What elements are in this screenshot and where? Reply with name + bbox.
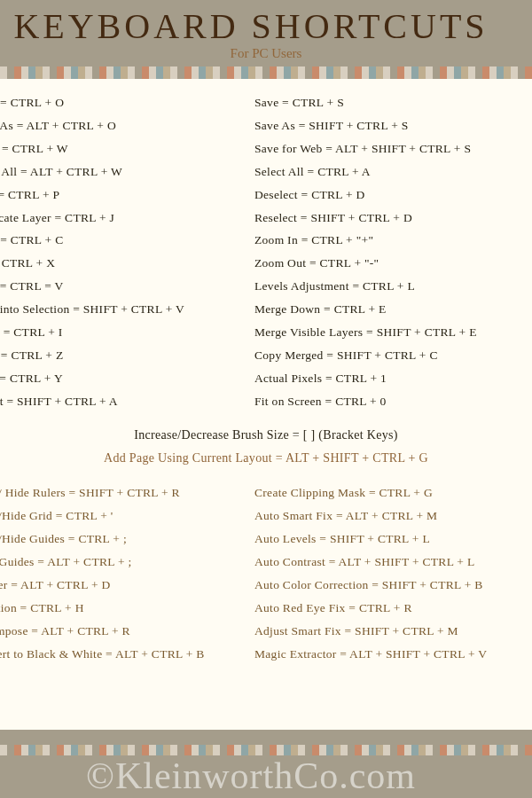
shortcut-row: Show/Hide Grid = CTRL + ' xyxy=(0,505,240,528)
watermark-text: ©KleinworthCo.com xyxy=(0,755,532,796)
shortcut-row: Actual Pixels = CTRL + 1 xyxy=(254,367,525,390)
shortcut-row: Adjust Smart Fix = SHIFT + CTRL + M xyxy=(254,620,525,643)
shortcut-row: Invert = CTRL + I xyxy=(0,321,240,344)
shortcut-row: Paste into Selection = SHIFT + CTRL + V xyxy=(0,298,240,321)
shortcut-row: Merge Visible Layers = SHIFT + CTRL + E xyxy=(254,321,525,344)
top-right-column: Save = CTRL + S Save As = SHIFT + CTRL +… xyxy=(247,91,532,412)
shortcut-row: Reselect = SHIFT + CTRL + D xyxy=(254,206,525,229)
shortcut-row: Merge Down = CTRL + E xyxy=(254,298,525,321)
shortcut-row: Zoom Out = CTRL + "-" xyxy=(254,252,525,275)
bottom-right-column: Create Clipping Mask = CTRL + G Auto Sma… xyxy=(247,481,532,665)
shortcut-row: Auto Red Eye Fix = CTRL + R xyxy=(254,597,525,620)
shortcut-row: Show/Hide Guides = CTRL + ; xyxy=(0,528,240,551)
shortcut-row: Lock Guides = ALT + CTRL + ; xyxy=(0,551,240,574)
shortcut-row: Magic Extractor = ALT + SHIFT + CTRL + V xyxy=(254,642,525,665)
shortcut-row: Auto Contrast = ALT + SHIFT + CTRL + L xyxy=(254,551,525,574)
shortcut-row: Deselect = CTRL + D xyxy=(254,184,525,207)
divider-stripe-top xyxy=(0,66,532,79)
shortcut-row: Recompose = ALT + CTRL + R xyxy=(0,620,240,643)
top-left-column: Open = CTRL + O Open As = ALT + CTRL + O… xyxy=(0,91,247,412)
page-subtitle: For PC Users xyxy=(0,46,532,61)
shortcut-row: Redo = CTRL + Y xyxy=(0,367,240,390)
center-line-2: Add Page Using Current Layout = ALT + SH… xyxy=(0,448,532,481)
shortcut-row: Create Clipping Mask = CTRL + G xyxy=(254,481,525,505)
shortcut-row: Auto Color Correction = SHIFT + CTRL + B xyxy=(254,574,525,597)
shortcut-row: Zoom In = CTRL + "+" xyxy=(254,229,525,252)
shortcut-row: Revert = SHIFT + CTRL + A xyxy=(0,389,240,412)
bottom-left-column: Show/ Hide Rulers = SHIFT + CTRL + R Sho… xyxy=(0,481,247,665)
content-sheet: Open = CTRL + O Open As = ALT + CTRL + O… xyxy=(0,79,532,730)
shortcut-row: Paste = CTRL = V xyxy=(0,275,240,298)
header: KEYBOARD SHORTCUTS For PC Users xyxy=(0,0,532,61)
shortcut-row: Save = CTRL + S xyxy=(254,91,525,114)
top-columns: Open = CTRL + O Open As = ALT + CTRL + O… xyxy=(0,91,532,412)
shortcut-row: Selection = CTRL + H xyxy=(0,597,240,620)
shortcut-row: Open = CTRL + O xyxy=(0,91,240,114)
shortcut-row: Copy Merged = SHIFT + CTRL + C xyxy=(254,344,525,367)
shortcut-row: Convert to Black & White = ALT + CTRL + … xyxy=(0,642,240,665)
shortcut-row: Save As = SHIFT + CTRL + S xyxy=(254,114,525,137)
shortcut-row: Copy = CTRL + C xyxy=(0,229,240,252)
shortcut-row: Cut = CTRL + X xyxy=(0,252,240,275)
shortcut-row: Duplicate Layer = CTRL + J xyxy=(0,206,240,229)
divider-stripe-bottom xyxy=(0,745,532,755)
shortcut-row: Auto Levels = SHIFT + CTRL + L xyxy=(254,528,525,551)
shortcut-row: Fit on Screen = CTRL + 0 xyxy=(254,389,525,412)
shortcut-row: Open As = ALT + CTRL + O xyxy=(0,114,240,137)
center-line-1: Increase/Decrease Brush Size = [ ] (Brac… xyxy=(0,412,532,448)
footer: ©KleinworthCo.com xyxy=(0,745,532,798)
shortcut-row: Undo = CTRL + Z xyxy=(0,344,240,367)
shortcut-row: Auto Smart Fix = ALT + CTRL + M xyxy=(254,505,525,528)
shortcut-row: Show/ Hide Rulers = SHIFT + CTRL + R xyxy=(0,481,240,505)
page: KEYBOARD SHORTCUTS For PC Users Open = C… xyxy=(0,0,532,798)
center-block: Increase/Decrease Brush Size = [ ] (Brac… xyxy=(0,412,532,481)
page-title: KEYBOARD SHORTCUTS xyxy=(0,9,532,44)
shortcut-row: Close All = ALT + CTRL + W xyxy=(0,160,240,184)
shortcut-row: Levels Adjustment = CTRL + L xyxy=(254,275,525,298)
shortcut-row: Select All = CTRL + A xyxy=(254,160,525,184)
bottom-columns: Show/ Hide Rulers = SHIFT + CTRL + R Sho… xyxy=(0,481,532,665)
shortcut-row: Close = CTRL + W xyxy=(0,137,240,160)
shortcut-row: Feather = ALT + CTRL + D xyxy=(0,574,240,597)
shortcut-row: Save for Web = ALT + SHIFT + CTRL + S xyxy=(254,137,525,160)
shortcut-row: Print = CTRL + P xyxy=(0,184,240,207)
